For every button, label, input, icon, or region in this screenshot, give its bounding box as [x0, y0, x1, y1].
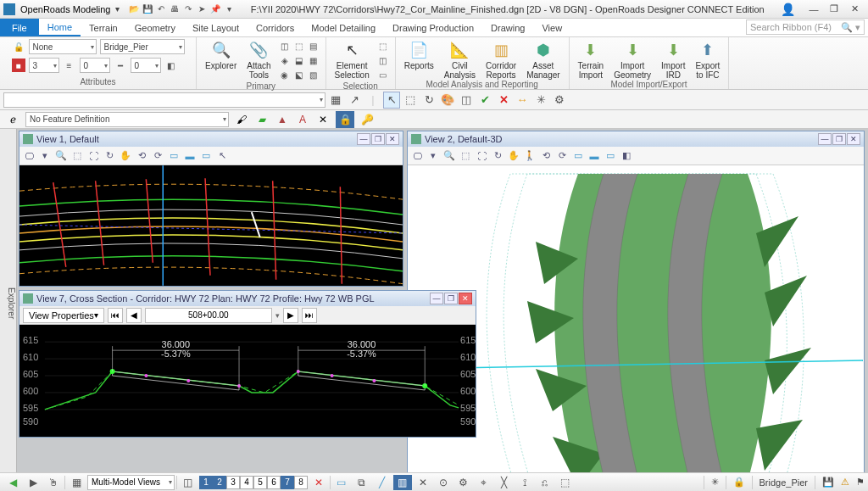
qat-undo-icon[interactable]: ↶: [155, 3, 167, 15]
ts-grid-icon[interactable]: ▦: [327, 92, 344, 109]
vt-fit-icon[interactable]: ⛶: [86, 148, 101, 164]
first-station-button[interactable]: ⏮: [108, 308, 123, 323]
qat-more-icon[interactable]: ▾: [223, 3, 235, 15]
feature-definition-combo[interactable]: No Feature Definition: [25, 112, 229, 127]
vt-zoom-icon[interactable]: 🔍: [53, 148, 69, 164]
ts-dim-icon[interactable]: ↔: [514, 92, 531, 109]
explorer-button[interactable]: 🔍Explorer: [202, 39, 240, 81]
feat-layer-icon[interactable]: ▰: [254, 112, 270, 127]
vt-next-icon[interactable]: ⟳: [554, 148, 570, 164]
sb-warn-icon[interactable]: ⚠: [841, 477, 849, 488]
vt-persp-icon[interactable]: ◧: [619, 148, 634, 164]
ts-gear-icon[interactable]: ⚙: [551, 92, 568, 109]
tab-drawing[interactable]: Drawing: [482, 19, 533, 36]
vt-display-icon[interactable]: 🖵: [409, 148, 425, 164]
vt-clip2-icon[interactable]: ▬: [587, 148, 602, 164]
linestyle-icon[interactable]: ≡: [63, 59, 76, 72]
view-close-icon[interactable]: ✕: [847, 133, 860, 145]
last-station-button[interactable]: ⏭: [302, 308, 317, 323]
qat-redo-icon[interactable]: ↷: [182, 3, 194, 15]
vt-pan-icon[interactable]: ✋: [118, 148, 133, 164]
feat-key-icon[interactable]: 🔑: [359, 112, 375, 127]
terrain-import-button[interactable]: ⬇Terrain Import: [575, 39, 608, 80]
element-selection-button[interactable]: ↖Element Selection: [331, 39, 373, 81]
vt-zoom-icon[interactable]: 🔍: [442, 148, 457, 164]
user-icon[interactable]: 👤: [780, 2, 795, 17]
vt-clip-icon[interactable]: ▭: [166, 148, 181, 164]
lineweight-icon[interactable]: ━: [114, 59, 127, 72]
sb-lock-icon[interactable]: 🔒: [733, 477, 745, 488]
attach-tools-button[interactable]: 📎Attach Tools: [243, 39, 274, 81]
sb-tool1-icon[interactable]: ▭: [332, 475, 351, 490]
view-max-icon[interactable]: ❐: [444, 293, 458, 304]
view-close-icon[interactable]: ✕: [386, 133, 399, 145]
sb-mouse-icon[interactable]: 🖱: [44, 475, 63, 490]
mini-ico-3[interactable]: ▤: [307, 39, 320, 53]
qat-arrow-icon[interactable]: ➤: [196, 3, 208, 15]
sb-tool3-icon[interactable]: ╱: [373, 475, 392, 490]
select-all-icon[interactable]: ◫: [376, 53, 390, 67]
vt-clip3-icon[interactable]: ▭: [198, 148, 214, 164]
lock-icon[interactable]: 🔓: [12, 40, 25, 53]
feat-lock-icon[interactable]: 🔒: [336, 111, 354, 128]
vnum-6[interactable]: 6: [267, 476, 281, 489]
sb-tool10-icon[interactable]: ⟟: [515, 475, 534, 490]
mini-ico-9[interactable]: ▧: [307, 68, 320, 81]
vt-fit-icon[interactable]: ⛶: [474, 148, 489, 164]
next-station-button[interactable]: ▶: [283, 308, 298, 323]
vt-clip3-icon[interactable]: ▭: [603, 148, 618, 164]
vt-sel-icon[interactable]: ↖: [214, 148, 230, 164]
fence-icon[interactable]: ⬚: [376, 39, 390, 53]
vt-rotate-icon[interactable]: ↻: [102, 148, 117, 164]
color-swatch[interactable]: ■: [12, 59, 25, 72]
sb-layout-icon[interactable]: ▦: [67, 475, 86, 490]
feat-a-icon[interactable]: A: [295, 112, 310, 127]
tab-drawing-production[interactable]: Drawing Production: [384, 19, 482, 36]
sb-tool12-icon[interactable]: ⬚: [556, 475, 575, 490]
sb-back-icon[interactable]: ◀: [3, 475, 22, 490]
tab-home[interactable]: Home: [39, 19, 81, 36]
minimize-button[interactable]: —: [804, 3, 824, 16]
sb-tool8-icon[interactable]: ⌖: [475, 475, 493, 490]
station-field[interactable]: 508+00.00: [145, 308, 272, 323]
vt-next-icon[interactable]: ⟳: [150, 148, 165, 164]
view-1-titlebar[interactable]: View 1, Default —❐✕: [19, 131, 403, 147]
qat-open-icon[interactable]: 📂: [128, 3, 140, 15]
vt-window-icon[interactable]: ⬚: [458, 148, 473, 164]
linestyle-combo[interactable]: 0: [80, 58, 110, 73]
tab-site-layout[interactable]: Site Layout: [184, 19, 248, 36]
vt-rotate-icon[interactable]: ↻: [490, 148, 505, 164]
feat-brush-icon[interactable]: 🖌: [234, 112, 249, 127]
mini-ico-1[interactable]: ◫: [278, 39, 292, 53]
class-combo[interactable]: 0: [131, 58, 161, 73]
sb-snap-icon[interactable]: ✳: [711, 477, 719, 488]
vnum-3[interactable]: 3: [226, 476, 240, 489]
explorer-panel-tab[interactable]: Explorer: [0, 129, 17, 472]
sb-tool5-icon[interactable]: ✕: [414, 475, 432, 490]
search-ribbon-input[interactable]: Search Ribbon (F4)🔍 ▾: [746, 20, 865, 35]
vt-clip-icon[interactable]: ▭: [570, 148, 586, 164]
sb-flag-icon[interactable]: ⚑: [856, 477, 865, 488]
ts-mark-icon[interactable]: ✳: [532, 92, 549, 109]
ts-fence-icon[interactable]: ⬚: [402, 92, 419, 109]
tab-corridors[interactable]: Corridors: [248, 19, 303, 36]
mini-ico-6[interactable]: ▦: [307, 53, 320, 67]
view-min-icon[interactable]: —: [357, 133, 370, 145]
feature-lookup-icon[interactable]: ℯ: [5, 112, 20, 127]
tab-terrain[interactable]: Terrain: [81, 19, 126, 36]
qat-pin-icon[interactable]: 📌: [209, 3, 221, 15]
station-dd-icon[interactable]: ▾: [275, 311, 280, 320]
file-tab[interactable]: File: [0, 19, 39, 36]
prev-station-button[interactable]: ◀: [126, 308, 142, 323]
view-7-titlebar[interactable]: View 7, Cross Section - Corridor: HWY 72…: [19, 291, 476, 306]
mini-ico-2[interactable]: ⬚: [292, 39, 306, 53]
sb-tool6-icon[interactable]: ⊙: [434, 475, 453, 490]
reports-button[interactable]: 📄Reports: [401, 39, 437, 80]
level-combo[interactable]: None: [29, 39, 97, 54]
vt-walk-icon[interactable]: 🚶: [522, 148, 537, 164]
feat-cross-icon[interactable]: ✕: [315, 112, 331, 127]
asset-manager-button[interactable]: ⬢Asset Manager: [523, 39, 563, 80]
sb-level-label[interactable]: Bridge_Pier: [760, 477, 808, 488]
mini-ico-5[interactable]: ⬓: [292, 53, 306, 67]
view-max-icon[interactable]: ❐: [371, 133, 385, 145]
